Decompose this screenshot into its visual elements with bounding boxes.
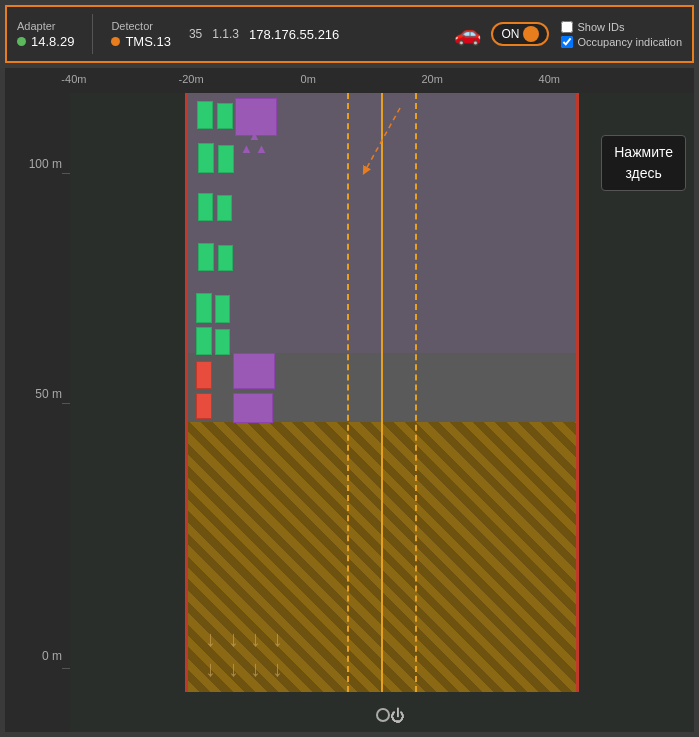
tooltip-text: Нажмитездесь: [614, 144, 673, 181]
version-value: 1.1.3: [212, 27, 239, 41]
vehicle-green-8: [218, 245, 233, 271]
adapter-status-dot: [17, 37, 26, 46]
hatch-arrow-2: ↓: [228, 626, 239, 652]
hatch-arrow-8: ↓: [272, 656, 283, 682]
occupancy-item: Occupancy indication: [561, 36, 682, 48]
hatch-arrow-5: ↓: [205, 656, 216, 682]
detector-id: TMS.13: [125, 34, 171, 49]
vehicle-green-6: [217, 195, 232, 221]
detector-section: Detector TMS.13: [111, 20, 171, 49]
y-label-50: 50 m: [35, 387, 62, 401]
hatch-arrow-4: ↓: [272, 626, 283, 652]
vehicle-green-1: [197, 101, 213, 129]
arrow-up-1: ▲: [240, 141, 253, 156]
toggle-label: ON: [501, 27, 519, 41]
occupancy-checkbox[interactable]: [561, 36, 573, 48]
y-tick-0: [62, 668, 70, 669]
hatch-arrow-3: ↓: [250, 626, 261, 652]
y-tick-100: [62, 173, 70, 174]
arrow-up-2: ▲: [255, 141, 268, 156]
car-icon: 🚗: [454, 21, 481, 47]
vehicle-green-11: [196, 327, 212, 355]
occupancy-label: Occupancy indication: [577, 36, 682, 48]
hatch-arrow-7: ↓: [250, 656, 261, 682]
checkbox-group: Show IDs Occupancy indication: [561, 21, 682, 48]
ruler-mark-minus40: -40m: [61, 73, 86, 85]
vehicle-green-10: [215, 295, 230, 323]
center-line: [381, 93, 383, 692]
vehicle-green-9: [196, 293, 212, 323]
toggle-circle: [523, 26, 539, 42]
ruler-mark-0: 0m: [301, 73, 316, 85]
y-label-0: 0 m: [42, 649, 62, 663]
header-bar: Adapter 14.8.29 Detector TMS.13 35 1.1.3…: [5, 5, 694, 63]
detector-label: Detector: [111, 20, 171, 32]
vehicle-red-1: [196, 361, 212, 389]
tooltip-bubble[interactable]: Нажмитездесь: [601, 135, 686, 191]
ruler-mark-minus20: -20m: [178, 73, 203, 85]
vehicle-green-12: [215, 329, 230, 355]
vehicle-purple-3: [233, 393, 273, 423]
vehicle-purple-2: [233, 353, 275, 389]
show-ids-item: Show IDs: [561, 21, 682, 33]
lane-line-left: [347, 93, 349, 692]
vehicle-green-2: [217, 103, 233, 129]
vehicle-green-7: [198, 243, 214, 271]
ip-address: 178.176.55.216: [249, 27, 339, 42]
vehicle-green-3: [198, 143, 214, 173]
hatch-arrow-1: ↓: [205, 626, 216, 652]
ruler-top: -40m -20m 0m 20m 40m: [5, 68, 694, 93]
road-area: ▲ ▲ ▲ ↓ ↓ ↓ ↓ ↓ ↓ ↓ ↓ ⏻ Нажмитездесь: [70, 93, 694, 732]
separator-1: [92, 14, 93, 54]
vehicle-red-2: [196, 393, 212, 419]
channel-value: 35: [189, 27, 202, 41]
ruler-mark-plus20: 20m: [421, 73, 442, 85]
toggle-on-button[interactable]: ON: [491, 22, 549, 46]
arrow-up-3: ▲: [248, 128, 261, 143]
detector-status-dot: [111, 37, 120, 46]
ruler-left: 100 m 50 m 0 m: [5, 93, 70, 732]
vehicle-green-4: [218, 145, 234, 173]
sensor-icon-1: [376, 708, 390, 722]
power-icon: ⏻: [390, 707, 405, 724]
adapter-ip: 14.8.29: [31, 34, 74, 49]
road-border-right: [576, 93, 579, 692]
show-ids-label: Show IDs: [577, 21, 624, 33]
y-tick-50: [62, 403, 70, 404]
ruler-mark-plus40: 40m: [539, 73, 560, 85]
lane-line-right: [415, 93, 417, 692]
show-ids-checkbox[interactable]: [561, 21, 573, 33]
adapter-section: Adapter 14.8.29: [17, 20, 74, 49]
main-area: -40m -20m 0m 20m 40m 100 m 50 m 0 m: [5, 68, 694, 732]
adapter-label: Adapter: [17, 20, 74, 32]
vehicle-green-5: [198, 193, 213, 221]
hatch-arrow-6: ↓: [228, 656, 239, 682]
ruler-marks: -40m -20m 0m 20m 40m: [5, 68, 694, 93]
y-label-100: 100 m: [29, 157, 62, 171]
